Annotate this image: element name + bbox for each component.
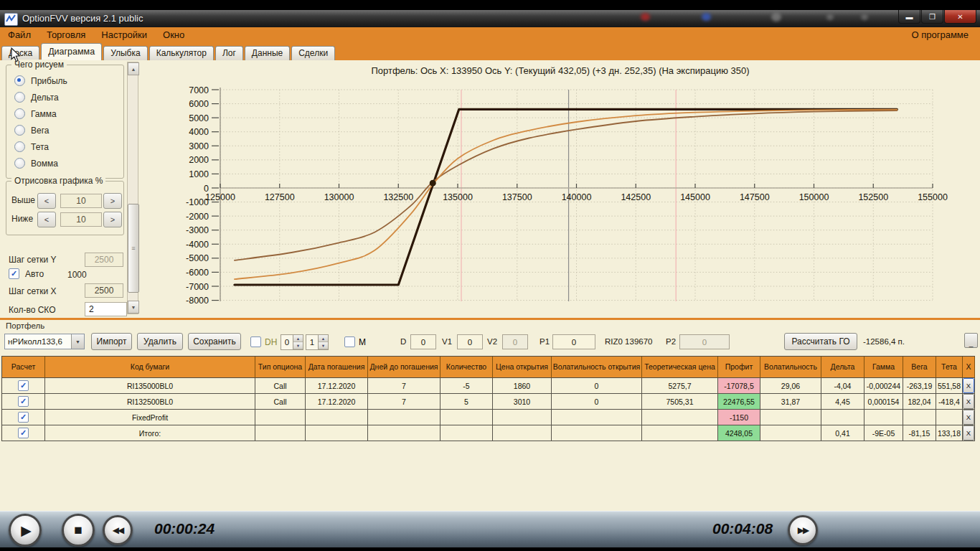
scroll-up-icon[interactable]: ▲: [128, 62, 139, 75]
cell-profit: 4248,05: [718, 425, 760, 441]
save-button[interactable]: Сохранить: [188, 333, 241, 350]
cell-code: Итого:: [45, 425, 255, 441]
col-header: Волатильность открытия: [552, 357, 642, 378]
render-pct-title: Отрисовка графика %: [11, 176, 105, 186]
minimize-icon[interactable]: ▬: [898, 10, 920, 24]
dh-checkbox[interactable]: [250, 336, 261, 347]
cell-delta: [821, 410, 864, 425]
radio-delta[interactable]: Дельта: [14, 92, 59, 103]
rewind-button[interactable]: ◀◀: [103, 515, 133, 545]
restore-icon[interactable]: ❐: [921, 10, 943, 24]
sko-count-input[interactable]: 2: [85, 302, 127, 316]
table-row: ✓RI135000BL0Call17.12.20207-5186005275,7…: [2, 378, 975, 394]
svg-text:125000: 125000: [205, 192, 235, 202]
delete-button[interactable]: Удалить: [137, 333, 183, 350]
fast-forward-button[interactable]: ▶▶: [788, 515, 818, 545]
v1-field[interactable]: 0: [457, 334, 483, 349]
radio-profit[interactable]: Прибыль: [14, 75, 67, 86]
menu-window[interactable]: Окно: [155, 27, 192, 43]
spin-up-icon[interactable]: ▲: [293, 335, 303, 342]
col-header: Волатильность: [760, 357, 821, 378]
cell-profit: -1150: [718, 410, 760, 425]
cell-open_vol: 0: [552, 394, 642, 410]
row-calc-cell: ✓: [2, 410, 45, 425]
radio-gamma[interactable]: Гамма: [14, 108, 57, 119]
radio-vomma[interactable]: Вомма: [14, 158, 58, 169]
m-checkbox[interactable]: [344, 336, 355, 347]
tab-data[interactable]: Данные: [245, 46, 290, 60]
svg-text:142500: 142500: [621, 192, 651, 202]
menu-file[interactable]: Файл: [0, 27, 39, 43]
col-header: Дата погашения: [306, 357, 368, 378]
radio-vega[interactable]: Вега: [14, 125, 49, 136]
svg-text:2000: 2000: [189, 155, 209, 165]
portfolio-select[interactable]: нРИколл133,6 ▼: [4, 334, 85, 349]
scrollbar-thumb[interactable]: ≡: [128, 204, 139, 293]
tab-diagram[interactable]: Диаграмма: [41, 43, 102, 60]
cell-qty: [440, 425, 493, 441]
below-decrease-button[interactable]: <: [37, 212, 56, 227]
svg-text:137500: 137500: [502, 192, 532, 202]
col-header: Количество: [440, 357, 493, 378]
above-decrease-button[interactable]: <: [37, 193, 56, 209]
row-delete-button[interactable]: X: [963, 410, 974, 425]
spin-down-icon[interactable]: ▼: [293, 342, 303, 349]
dh-label: DH: [265, 337, 277, 347]
chevron-down-icon[interactable]: ▼: [71, 334, 84, 349]
col-header: Код бумаги: [45, 357, 255, 378]
cell-vega: [903, 410, 936, 425]
p1-field[interactable]: 0: [552, 334, 595, 349]
dh-spinner-2[interactable]: 1 ▲▼: [306, 334, 329, 350]
scroll-down-icon[interactable]: ▼: [128, 301, 139, 314]
row-checkbox[interactable]: ✓: [18, 412, 29, 423]
cell-days: 7: [368, 394, 440, 410]
tab-calculator[interactable]: Калькулятор: [149, 46, 214, 60]
spin-up-icon[interactable]: ▲: [319, 335, 328, 342]
d-field[interactable]: 0: [410, 334, 436, 349]
grid-step-x-input[interactable]: 2500: [85, 283, 123, 298]
cell-vol: [760, 425, 821, 441]
svg-text:-5000: -5000: [186, 253, 209, 263]
tab-smile[interactable]: Улыбка: [103, 46, 148, 60]
col-header: Тета: [936, 357, 963, 378]
cell-profit: -17078,5: [718, 378, 760, 394]
above-increase-button[interactable]: >: [103, 193, 122, 209]
collapse-button[interactable]: _: [964, 333, 978, 348]
radio-theta[interactable]: Тета: [14, 141, 49, 152]
play-button[interactable]: ▶: [9, 514, 42, 547]
row-delete-button[interactable]: X: [963, 394, 974, 409]
radio-icon: [14, 75, 25, 86]
calc-go-button[interactable]: Рассчитать ГО: [784, 333, 857, 350]
row-delete-button[interactable]: X: [963, 425, 974, 441]
stop-button[interactable]: ■: [62, 514, 95, 547]
menu-settings[interactable]: Настройки: [93, 27, 155, 43]
import-button[interactable]: Импорт: [91, 333, 132, 350]
grid-step-y-label: Шаг сетки Y: [9, 255, 56, 265]
menu-about[interactable]: О программе: [911, 27, 969, 43]
portfolio-section: Портфель нРИколл133,6 ▼ Импорт Удалить С…: [0, 320, 980, 511]
grid-step-y-input: 2500: [85, 253, 123, 267]
radio-icon: [14, 141, 25, 152]
tab-trades[interactable]: Сделки: [291, 46, 335, 60]
col-header: Гамма: [864, 357, 903, 378]
cell-expiry: [306, 425, 368, 441]
dh-spinner-1[interactable]: 0 ▲▼: [281, 334, 303, 350]
radio-label: Прибыль: [31, 76, 67, 86]
chart-settings-panel: Чего рисуем ПрибыльДельтаГаммаВегаТетаВо…: [0, 60, 141, 318]
tab-log[interactable]: Лог: [215, 46, 243, 60]
cell-vol: [760, 410, 821, 425]
below-increase-button[interactable]: >: [103, 212, 122, 227]
auto-checkbox-row: ✓ Авто: [9, 268, 44, 279]
settings-scrollbar[interactable]: ▲ ≡ ▼: [127, 62, 138, 314]
close-icon[interactable]: ✕: [944, 10, 976, 24]
row-checkbox[interactable]: ✓: [18, 428, 29, 438]
cell-expiry: 17.12.2020: [306, 378, 368, 394]
row-checkbox[interactable]: ✓: [18, 396, 29, 407]
cell-theta: 133,18: [936, 425, 963, 441]
row-delete-button[interactable]: X: [963, 378, 974, 393]
row-checkbox[interactable]: ✓: [18, 380, 29, 391]
auto-checkbox[interactable]: ✓: [9, 268, 19, 279]
menu-trading[interactable]: Торговля: [39, 27, 93, 43]
spin-down-icon[interactable]: ▼: [319, 342, 328, 349]
row-delete-cell: X: [963, 410, 975, 425]
